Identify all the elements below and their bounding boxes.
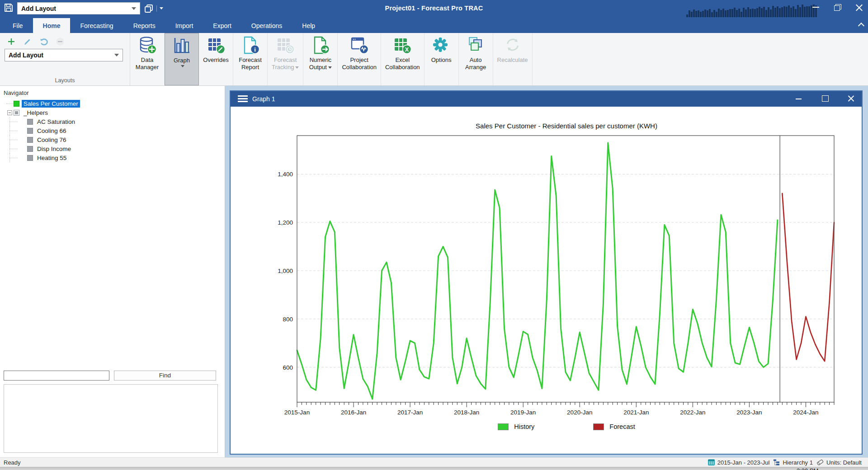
options-icon: [431, 35, 451, 55]
graph-label: Graph: [174, 57, 190, 64]
svg-text:2015-Jan: 2015-Jan: [284, 409, 310, 416]
tree-item-label: AC Saturation: [35, 118, 77, 126]
tree-connector: [20, 117, 27, 126]
series-gray-icon: [27, 155, 33, 161]
find-input[interactable]: [4, 371, 109, 381]
legend-label: History: [514, 423, 534, 430]
svg-text:2024-Jan: 2024-Jan: [793, 409, 818, 416]
graph-window-titlebar[interactable]: Graph 1: [231, 91, 862, 107]
remove-layout-button: [54, 36, 66, 47]
graph-button[interactable]: Graph: [165, 33, 199, 85]
recalculate-button: Recalculate: [493, 33, 533, 85]
tree-connector: [6, 117, 20, 126]
chevron-down-icon: [328, 66, 332, 69]
tree-item-sales-per-customer[interactable]: Sales Per Customer: [6, 99, 225, 108]
tab-file[interactable]: File: [3, 18, 33, 33]
layouts-group-caption: Layouts: [0, 77, 130, 84]
tree-item-label: _Helpers: [22, 109, 50, 117]
child-close-button[interactable]: [847, 94, 855, 103]
application-window: Add Layout Project01 - Forecast Pro TRAC…: [0, 0, 868, 470]
plus-icon: [7, 37, 16, 46]
tree-item--helpers[interactable]: _Helpers: [6, 108, 225, 117]
tree-item-cooling-66[interactable]: Cooling 66: [6, 126, 225, 135]
hamburger-menu-icon[interactable]: [238, 95, 248, 103]
tree-item-cooling-76[interactable]: Cooling 76: [6, 135, 225, 144]
chart-legend: HistoryForecast: [298, 423, 835, 430]
tree-connector: [20, 144, 27, 153]
tree-collapse-icon[interactable]: [6, 108, 14, 117]
units-tag-icon: [816, 459, 824, 466]
legend-swatch: [593, 423, 604, 430]
svg-text:i: i: [254, 46, 256, 53]
svg-text:1,000: 1,000: [278, 268, 293, 274]
numeric-output-button[interactable]: NumericOutput: [303, 33, 338, 85]
find-button[interactable]: Find: [114, 371, 216, 381]
history-line: [297, 143, 778, 399]
tab-forecasting[interactable]: Forecasting: [70, 18, 123, 33]
tree-item-label: Heating 55: [35, 154, 68, 162]
forecast-tracking-label: ForecastTracking: [272, 56, 299, 71]
recalculate-label: Recalculate: [497, 56, 528, 64]
child-maximize-button[interactable]: [821, 94, 829, 103]
status-units: Units: Default: [816, 459, 862, 466]
excel-collaboration-button[interactable]: XExcelCollaboration: [381, 33, 425, 85]
status-hierarchy: Hierarchy 1: [773, 459, 812, 466]
calendar-icon: [708, 459, 715, 466]
taskbar-edge: 2:30 PM: [0, 467, 868, 470]
forecast-report-button[interactable]: iForecastReport: [233, 33, 268, 85]
forecast-line: [782, 193, 834, 361]
navigator-tree: Sales Per Customer_HelpersAC SaturationC…: [0, 99, 225, 162]
tree-connector: [6, 126, 20, 135]
tab-export[interactable]: Export: [203, 18, 241, 33]
project-collaboration-icon: [349, 35, 369, 55]
close-button[interactable]: [854, 3, 864, 12]
tab-import[interactable]: Import: [165, 18, 203, 33]
project-collaboration-button[interactable]: ProjectCollaboration: [338, 33, 381, 85]
tab-reports[interactable]: Reports: [123, 18, 165, 33]
svg-text:2018-Jan: 2018-Jan: [454, 409, 479, 416]
layouts-combo[interactable]: Add Layout: [5, 49, 123, 61]
tab-operations[interactable]: Operations: [241, 18, 292, 33]
tree-item-label: Cooling 76: [35, 136, 68, 144]
child-minimize-button[interactable]: [795, 94, 803, 103]
edit-layout-button[interactable]: [22, 36, 33, 47]
svg-text:1,400: 1,400: [278, 171, 293, 178]
ribbon: Add Layout Layouts DataManagerGraphOverr…: [0, 33, 868, 86]
status-ready: Ready: [0, 459, 21, 466]
collapse-ribbon-icon[interactable]: [858, 23, 864, 27]
data-manager-button[interactable]: DataManager: [130, 33, 165, 85]
add-layout-button[interactable]: [5, 36, 17, 47]
navigator-panel: Navigator Sales Per Customer_HelpersAC S…: [0, 86, 225, 457]
layouts-group: Add Layout Layouts: [0, 33, 130, 85]
tree-item-label: Cooling 66: [35, 127, 68, 135]
graph-child-window: Graph 1 Sales Per Customer - Residential…: [230, 90, 863, 455]
y-axis-labels: 6008001,0001,2001,400: [278, 171, 293, 371]
legend-item-history: History: [498, 423, 534, 430]
legend-item-forecast: Forecast: [593, 423, 635, 430]
tree-item-ac-saturation[interactable]: AC Saturation: [6, 117, 225, 126]
tab-home[interactable]: Home: [33, 18, 71, 33]
restore-button[interactable]: [833, 3, 843, 12]
auto-arrange-icon: [466, 35, 486, 55]
tree-item-heating-55[interactable]: Heating 55: [6, 153, 225, 162]
series-gray-icon: [27, 128, 33, 134]
forecast-tracking-button: ForecastTracking: [268, 33, 303, 85]
tree-item-label: Sales Per Customer: [22, 100, 80, 108]
tree-item-disp-income[interactable]: Disp Income: [6, 144, 225, 153]
options-button[interactable]: Options: [425, 33, 459, 85]
undo-layout-button[interactable]: [38, 36, 50, 47]
navigator-detail-box: [4, 384, 218, 453]
svg-text:2016-Jan: 2016-Jan: [341, 409, 366, 416]
auto-arrange-button[interactable]: AutoArrange: [459, 33, 493, 85]
svg-text:2022-Jan: 2022-Jan: [680, 409, 705, 416]
minimize-button[interactable]: [811, 3, 821, 12]
svg-text:X: X: [405, 47, 409, 53]
x-axis-labels: 2015-Jan2016-Jan2017-Jan2018-Jan2019-Jan…: [284, 409, 819, 416]
data-manager-icon: [137, 35, 157, 55]
group-outline-icon: [14, 110, 19, 116]
options-label: Options: [431, 56, 452, 64]
tab-help[interactable]: Help: [292, 18, 325, 33]
overrides-button[interactable]: Overrides: [199, 33, 233, 85]
series-gray-icon: [27, 137, 33, 143]
status-bar: Ready 2015-Jan - 2023-Jul Hierarchy 1 Un…: [0, 457, 868, 467]
